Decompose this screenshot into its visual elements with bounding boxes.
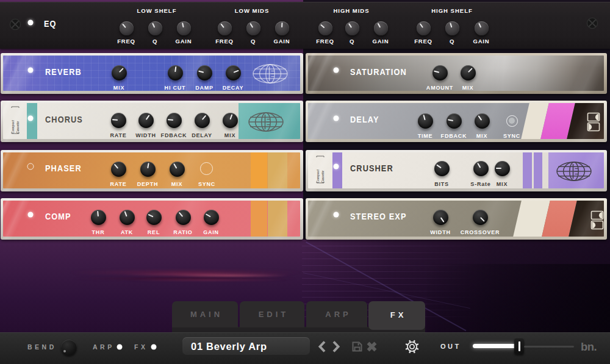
svg-text:Cassette: Cassette bbox=[321, 170, 325, 183]
svg-text:Compact: Compact bbox=[316, 170, 320, 183]
svg-text:Compact: Compact bbox=[11, 120, 15, 134]
svg-text:Cassette: Cassette bbox=[16, 121, 20, 134]
